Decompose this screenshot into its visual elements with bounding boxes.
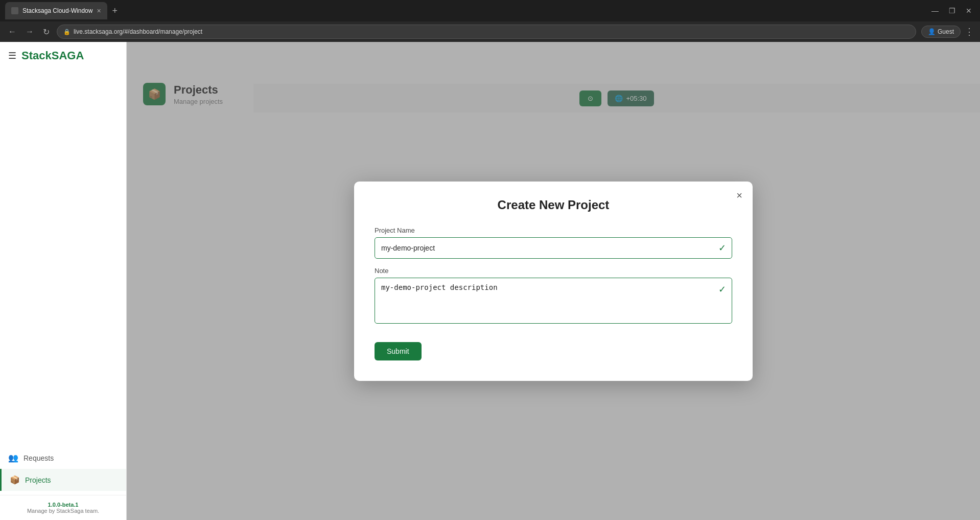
version-text: 1.0.0-beta.1 [8, 502, 118, 508]
menu-dots-button[interactable]: ⋮ [965, 26, 974, 37]
project-name-label: Project Name [375, 227, 732, 234]
window-controls: — ❐ ✕ [928, 6, 975, 16]
tab-favicon [11, 7, 18, 14]
logo-text: StackSAGA [21, 49, 84, 62]
tab-close-button[interactable]: × [97, 7, 101, 15]
note-input-wrap: my-demo-project description ✓ [375, 278, 732, 326]
minimize-button[interactable]: — [928, 6, 942, 16]
logo-saga: SAGA [52, 49, 84, 62]
new-tab-button[interactable]: + [109, 6, 121, 16]
browser-chrome: Stacksaga Cloud-Window × + — ❐ ✕ [0, 0, 980, 21]
active-tab[interactable]: Stacksaga Cloud-Window × [5, 2, 107, 19]
tab-title: Stacksaga Cloud-Window [22, 7, 92, 14]
forward-button[interactable]: → [24, 25, 36, 38]
note-group: Note my-demo-project description ✓ [375, 267, 732, 326]
modal-overlay[interactable]: × Create New Project Project Name ✓ Note… [127, 42, 980, 520]
hamburger-icon[interactable]: ☰ [8, 50, 16, 61]
refresh-button[interactable]: ↻ [41, 25, 52, 39]
project-name-group: Project Name ✓ [375, 227, 732, 259]
person-icon: 👤 [928, 28, 936, 35]
note-label: Note [375, 267, 732, 275]
sidebar-nav: 👥 Requests 📦 Projects [0, 443, 126, 495]
projects-label: Projects [25, 476, 51, 484]
main-content: ⊙ 🌐 +05:30 🎭 ⇥ 📦 Projects Manage project… [127, 42, 980, 520]
sidebar: ☰ StackSAGA 👥 Requests 📦 Projects 1.0.0-… [0, 42, 127, 520]
note-textarea[interactable]: my-demo-project description [375, 278, 732, 324]
app-wrapper: ☰ StackSAGA 👥 Requests 📦 Projects 1.0.0-… [0, 42, 980, 520]
guest-button[interactable]: 👤 Guest [921, 26, 961, 38]
maximize-button[interactable]: ❐ [946, 6, 959, 16]
sidebar-item-requests[interactable]: 👥 Requests [0, 447, 126, 469]
url-text: live.stacksaga.org/#/dashboard/manage/pr… [74, 28, 202, 35]
project-name-input[interactable] [375, 237, 732, 259]
requests-label: Requests [24, 454, 54, 462]
sidebar-item-projects[interactable]: 📦 Projects [0, 469, 126, 491]
logo-area: ☰ StackSAGA [0, 42, 126, 70]
modal-close-button[interactable]: × [736, 190, 742, 201]
projects-icon: 📦 [10, 475, 20, 485]
lock-icon: 🔒 [63, 29, 71, 35]
sidebar-spacer [0, 70, 126, 187]
logo-stack: Stack [21, 49, 52, 62]
close-window-button[interactable]: ✕ [963, 6, 975, 16]
submit-button[interactable]: Submit [375, 342, 422, 360]
nav-right: 👤 Guest ⋮ [921, 26, 974, 38]
create-project-modal: × Create New Project Project Name ✓ Note… [354, 182, 753, 381]
back-button[interactable]: ← [6, 25, 18, 38]
guest-label: Guest [938, 28, 954, 35]
project-name-input-wrap: ✓ [375, 237, 732, 259]
project-name-check-icon: ✓ [718, 242, 726, 254]
note-check-icon: ✓ [718, 284, 726, 295]
footer-text: Manage by StackSaga team. [8, 508, 118, 514]
browser-tabs: Stacksaga Cloud-Window × + [5, 2, 920, 19]
requests-icon: 👥 [8, 453, 18, 463]
address-bar[interactable]: 🔒 live.stacksaga.org/#/dashboard/manage/… [57, 25, 916, 39]
modal-title: Create New Project [375, 198, 732, 212]
sidebar-footer: 1.0.0-beta.1 Manage by StackSaga team. [0, 495, 126, 520]
browser-nav: ← → ↻ 🔒 live.stacksaga.org/#/dashboard/m… [0, 21, 980, 42]
